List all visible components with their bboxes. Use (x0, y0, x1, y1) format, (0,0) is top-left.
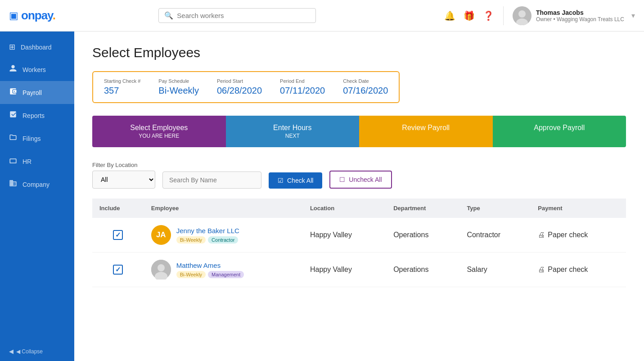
printer-icon: 🖨 (538, 231, 545, 239)
sidebar-item-label: Filings (23, 135, 41, 142)
payroll-icon (9, 87, 17, 98)
step-label: Enter Hours (235, 124, 351, 132)
col-location: Location (303, 199, 386, 218)
employee-tag: Management (208, 271, 244, 278)
step-bar: Select Employees YOU ARE HERE Enter Hour… (92, 116, 626, 147)
user-role: Owner • Wagging Wagon Treats LLC (536, 16, 624, 23)
filings-icon (9, 133, 17, 144)
sidebar-item-label: Dashboard (21, 44, 52, 51)
svg-point-1 (518, 10, 526, 18)
check-all-icon: ☑ (278, 177, 284, 184)
logo-icon: ▣ (9, 10, 18, 22)
pay-schedule-value: Bi-Weekly (158, 86, 199, 96)
step-sub: NEXT (235, 133, 351, 139)
col-include: Include (92, 199, 144, 218)
type-cell: Salary (459, 253, 531, 287)
workers-icon (9, 64, 17, 75)
employee-name[interactable]: Matthew Ames (176, 262, 244, 269)
name-search-input[interactable] (162, 171, 261, 189)
starting-check-value: 357 (104, 86, 140, 96)
sidebar-item-hr[interactable]: HR (0, 150, 74, 173)
nav-icons: 🔔 🎁 ❓ (444, 10, 494, 21)
include-cell (92, 218, 144, 253)
payment-cell: 🖨Paper check (531, 218, 626, 253)
employee-tag: Bi-Weekly (176, 271, 206, 278)
help-icon[interactable]: ❓ (483, 10, 494, 21)
sidebar-item-label: Reports (23, 112, 45, 119)
table-row: Matthew AmesBi-WeeklyManagementHappy Val… (92, 253, 626, 287)
employee-info: Matthew AmesBi-WeeklyManagement (176, 262, 244, 278)
collapse-label: ◀ Collapse (16, 348, 43, 355)
table-row: JAJenny the Baker LLCBi-WeeklyContractor… (92, 218, 626, 253)
period-start-item: Period Start 06/28/2020 (217, 78, 262, 96)
type-cell: Contractor (459, 218, 531, 253)
sidebar-collapse-button[interactable]: ◀ ◀ Collapse (0, 342, 74, 361)
employee-checkbox-0[interactable] (113, 230, 123, 240)
step-approve-payroll[interactable]: Approve Payroll (493, 116, 626, 147)
step-label: Review Payroll (368, 124, 484, 132)
col-payment: Payment (531, 199, 626, 218)
sidebar-item-reports[interactable]: Reports (0, 104, 74, 127)
payment-label: Paper check (548, 231, 588, 239)
user-section[interactable]: Thomas Jacobs Owner • Wagging Wagon Trea… (503, 6, 635, 25)
pay-schedule-item: Pay Schedule Bi-Weekly (158, 78, 199, 96)
employee-checkbox-1[interactable] (113, 265, 123, 275)
payroll-info-box: Starting Check # 357 Pay Schedule Bi-Wee… (92, 71, 400, 103)
department-cell: Operations (386, 253, 459, 287)
sidebar-item-filings[interactable]: Filings (0, 127, 74, 150)
step-label: Approve Payroll (502, 124, 617, 132)
col-department: Department (386, 199, 459, 218)
user-info: Thomas Jacobs Owner • Wagging Wagon Trea… (536, 9, 624, 23)
period-end-item: Period End 07/11/2020 (280, 78, 325, 96)
sidebar-item-payroll[interactable]: Payroll (0, 81, 74, 104)
employee-cell: JAJenny the Baker LLCBi-WeeklyContractor (144, 218, 303, 253)
search-icon: 🔍 (164, 11, 173, 20)
sidebar-item-workers[interactable]: Workers (0, 58, 74, 81)
step-enter-hours[interactable]: Enter Hours NEXT (226, 116, 360, 147)
user-chevron-icon[interactable]: ▾ (631, 11, 635, 20)
employee-tags: Bi-WeeklyContractor (176, 236, 239, 244)
period-end-label: Period End (280, 78, 325, 84)
employee-tag: Contractor (208, 236, 238, 244)
collapse-icon: ◀ (9, 348, 14, 355)
reports-icon (9, 110, 17, 121)
location-filter-label: Filter By Location (92, 162, 155, 168)
sidebar-item-label: Company (23, 181, 50, 188)
check-all-label: Check All (287, 177, 313, 184)
check-all-button[interactable]: ☑ Check All (269, 172, 322, 189)
uncheck-all-button[interactable]: ☐ Uncheck All (329, 171, 392, 189)
uncheck-all-icon: ☐ (339, 176, 345, 183)
location-filter-group: Filter By Location All Happy Valley Othe… (92, 162, 155, 189)
topnav: ▣ onpay. 🔍 🔔 🎁 ❓ Thomas Jacobs Owner • W… (0, 0, 644, 32)
period-start-label: Period Start (217, 78, 262, 84)
logo[interactable]: ▣ onpay. (9, 9, 81, 23)
step-review-payroll[interactable]: Review Payroll (359, 116, 493, 147)
printer-icon: 🖨 (538, 266, 545, 274)
svg-point-4 (158, 264, 165, 271)
search-bar[interactable]: 🔍 (158, 8, 316, 23)
employee-tag: Bi-Weekly (176, 236, 206, 244)
step-select-employees[interactable]: Select Employees YOU ARE HERE (92, 116, 226, 147)
payment-cell: 🖨Paper check (531, 253, 626, 287)
company-icon (9, 179, 17, 190)
search-input[interactable] (177, 12, 310, 19)
gift-icon[interactable]: 🎁 (464, 10, 475, 21)
employee-tags: Bi-WeeklyManagement (176, 271, 244, 278)
location-filter-select[interactable]: All Happy Valley Other (92, 171, 155, 189)
main-content: Select Employees Starting Check # 357 Pa… (74, 32, 644, 361)
check-date-value: 07/16/2020 (343, 86, 388, 96)
table-header-row: Include Employee Location Department Typ… (92, 199, 626, 218)
filter-row: Filter By Location All Happy Valley Othe… (92, 162, 626, 189)
notifications-icon[interactable]: 🔔 (444, 10, 455, 21)
period-end-value: 07/11/2020 (280, 86, 325, 96)
employee-name[interactable]: Jenny the Baker LLC (176, 227, 239, 235)
pay-schedule-label: Pay Schedule (158, 78, 199, 84)
employee-info: Jenny the Baker LLCBi-WeeklyContractor (176, 227, 239, 244)
sidebar-item-dashboard[interactable]: ⊞ Dashboard (0, 36, 74, 58)
step-label: Select Employees (101, 124, 217, 132)
sidebar-item-label: HR (23, 158, 32, 165)
sidebar-item-company[interactable]: Company (0, 173, 74, 196)
location-cell: Happy Valley (303, 253, 386, 287)
step-sub: YOU ARE HERE (101, 133, 217, 139)
col-type: Type (459, 199, 531, 218)
